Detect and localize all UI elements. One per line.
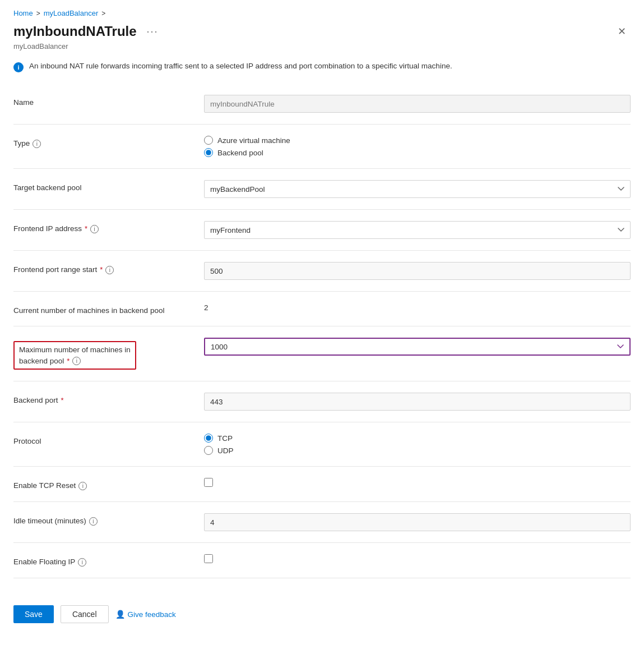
info-banner-text: An inbound NAT rule forwards incoming tr… (29, 62, 452, 70)
breadcrumb-sep2: > (101, 10, 105, 17)
idle-timeout-control (204, 513, 631, 531)
form-row-target-backend: Target backend pool myBackendPool (13, 173, 631, 205)
breadcrumb-sep1: > (36, 10, 40, 17)
form-row-frontend-ip: Frontend IP address * i myFrontend (13, 214, 631, 246)
form-row-name: Name (13, 88, 631, 119)
max-machines-label-line1: Maximum number of machines in (19, 346, 131, 354)
feedback-link[interactable]: 👤 Give feedback (115, 610, 176, 619)
protocol-radio-tcp[interactable] (204, 434, 213, 443)
protocol-tcp-option[interactable]: TCP (204, 434, 631, 443)
page-subtitle: myLoadBalancer (13, 42, 631, 50)
current-machines-control: 2 (204, 303, 631, 312)
feedback-icon: 👤 (115, 610, 125, 619)
name-control (204, 95, 631, 113)
type-option-vm[interactable]: Azure virtual machine (204, 136, 631, 145)
frontend-ip-control: myFrontend (204, 221, 631, 239)
max-machines-info-icon[interactable]: i (72, 357, 81, 365)
close-button[interactable]: ✕ (613, 23, 631, 40)
form-row-current-machines: Current number of machines in backend po… (13, 296, 631, 321)
header-row: myInboundNATrule ··· ✕ (13, 23, 631, 40)
breadcrumb-home[interactable]: Home (13, 9, 33, 17)
frontend-ip-info-icon[interactable]: i (90, 225, 99, 233)
tcp-reset-checkbox[interactable] (204, 478, 213, 487)
frontend-port-info-icon[interactable]: i (105, 266, 114, 274)
floating-ip-info-icon[interactable]: i (78, 558, 86, 567)
frontend-ip-select[interactable]: myFrontend (204, 221, 631, 239)
max-machines-select[interactable]: 1000 (204, 338, 631, 356)
floating-ip-label: Enable Floating IP i (13, 554, 204, 567)
form-row-type: Type i Azure virtual machine Backend poo… (13, 129, 631, 164)
type-info-icon[interactable]: i (33, 140, 41, 148)
form-row-idle-timeout: Idle timeout (minutes) i (13, 507, 631, 538)
target-backend-label: Target backend pool (13, 180, 204, 192)
max-machines-label-text1: Maximum number of machines in (19, 346, 131, 354)
cancel-button[interactable]: Cancel (61, 605, 109, 623)
max-machines-label-line2: backend pool * i (19, 356, 81, 365)
max-machines-control: 1000 (204, 338, 631, 356)
max-machines-label: Maximum number of machines in backend po… (13, 338, 204, 370)
backend-port-input[interactable] (204, 393, 631, 411)
backend-port-control (204, 393, 631, 411)
floating-ip-checkbox[interactable] (204, 554, 213, 563)
current-machines-label: Current number of machines in backend po… (13, 303, 204, 315)
protocol-label: Protocol (13, 434, 204, 445)
type-option-backend-label: Backend pool (217, 149, 263, 157)
frontend-ip-label: Frontend IP address * i (13, 221, 204, 233)
type-radio-backend[interactable] (204, 148, 213, 157)
idle-timeout-info-icon[interactable]: i (89, 517, 98, 526)
type-option-backend[interactable]: Backend pool (204, 148, 631, 157)
ellipsis-button[interactable]: ··· (143, 25, 162, 39)
breadcrumb: Home > myLoadBalancer > (13, 9, 631, 17)
header-left: myInboundNATrule ··· (13, 24, 162, 39)
max-machines-required: * (67, 357, 70, 365)
frontend-port-input[interactable] (204, 262, 631, 280)
protocol-radio-group: TCP UDP (204, 434, 631, 455)
info-icon: i (13, 62, 24, 72)
idle-timeout-input[interactable] (204, 513, 631, 531)
target-backend-select[interactable]: myBackendPool (204, 180, 631, 198)
type-radio-vm[interactable] (204, 136, 213, 145)
info-banner: i An inbound NAT rule forwards incoming … (13, 62, 518, 72)
form-row-floating-ip: Enable Floating IP i (13, 547, 631, 573)
protocol-tcp-label: TCP (217, 434, 233, 443)
protocol-radio-udp[interactable] (204, 446, 213, 455)
tcp-reset-info-icon[interactable]: i (78, 482, 87, 490)
form-row-max-machines: Maximum number of machines in backend po… (13, 331, 631, 376)
form-row-protocol: Protocol TCP UDP (13, 427, 631, 462)
breadcrumb-loadbalancer[interactable]: myLoadBalancer (44, 9, 99, 17)
frontend-port-required: * (100, 265, 103, 274)
max-machines-label-text2: backend pool (19, 357, 64, 365)
backend-port-label: Backend port * (13, 393, 204, 404)
name-label: Name (13, 95, 204, 107)
tcp-reset-control (204, 478, 631, 489)
protocol-control: TCP UDP (204, 434, 631, 455)
type-option-vm-label: Azure virtual machine (217, 136, 290, 145)
footer-row: Save Cancel 👤 Give feedback (13, 596, 631, 623)
save-button[interactable]: Save (13, 605, 54, 623)
backend-port-required: * (61, 396, 64, 404)
form-row-tcp-reset: Enable TCP Reset i (13, 471, 631, 497)
form-row-frontend-port: Frontend port range start * i (13, 255, 631, 287)
tcp-reset-label: Enable TCP Reset i (13, 478, 204, 490)
frontend-port-control (204, 262, 631, 280)
idle-timeout-label: Idle timeout (minutes) i (13, 513, 204, 526)
type-label: Type i (13, 136, 204, 148)
form-row-backend-port: Backend port * (13, 386, 631, 417)
protocol-udp-option[interactable]: UDP (204, 446, 631, 455)
type-control: Azure virtual machine Backend pool (204, 136, 631, 157)
current-machines-value: 2 (204, 300, 209, 312)
page-title: myInboundNATrule (13, 24, 137, 39)
frontend-ip-required: * (85, 224, 87, 233)
type-radio-group: Azure virtual machine Backend pool (204, 136, 631, 157)
max-machines-highlighted-box: Maximum number of machines in backend po… (13, 341, 136, 370)
protocol-udp-label: UDP (217, 446, 234, 455)
frontend-port-label: Frontend port range start * i (13, 262, 204, 274)
floating-ip-control (204, 554, 631, 565)
target-backend-control: myBackendPool (204, 180, 631, 198)
feedback-label: Give feedback (128, 610, 176, 619)
name-input[interactable] (204, 95, 631, 113)
